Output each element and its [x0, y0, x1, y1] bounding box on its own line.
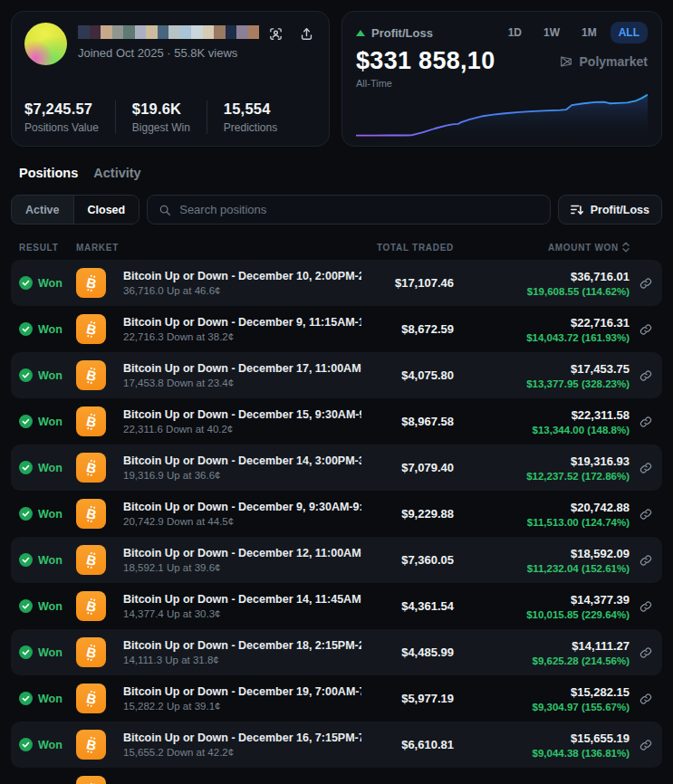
bitcoin-icon: B [76, 268, 106, 298]
market-subtitle: 19,316.9 Up at 36.6¢ [123, 470, 361, 481]
result-badge: Won [19, 368, 76, 382]
link-icon[interactable] [630, 508, 662, 521]
check-icon [19, 368, 33, 382]
result-badge: Won [19, 738, 76, 751]
amount-won-value: $20,742.88 [470, 501, 630, 514]
total-traded-value: $9,229.88 [361, 507, 470, 521]
stat-predictions: 15,554 Predictions [207, 100, 293, 134]
result-badge: Won [19, 599, 76, 613]
position-row[interactable]: Won B Bitcoin Up or Down - December 9, 1… [11, 768, 662, 784]
market-subtitle: 22,311.6 Down at 40.2¢ [123, 424, 361, 435]
market-subtitle: 18,592.1 Up at 39.6¢ [123, 562, 361, 573]
result-badge: Won [19, 645, 76, 659]
position-row[interactable]: Won B Bitcoin Up or Down - December 18, … [11, 629, 662, 675]
check-icon [19, 322, 33, 336]
position-row[interactable]: Won B Bitcoin Up or Down - December 16, … [11, 722, 662, 768]
market-title[interactable]: Bitcoin Up or Down - December 14, 11:45A… [123, 593, 361, 606]
total-traded-value: $4,361.54 [361, 599, 470, 613]
link-icon[interactable] [630, 646, 662, 659]
pnl-label: Profit/Loss [371, 26, 433, 40]
position-row[interactable]: Won B Bitcoin Up or Down - December 10, … [11, 260, 662, 306]
profit-detail: $14,043.72 (161.93%) [470, 332, 630, 343]
bitcoin-icon: B [76, 637, 106, 667]
filter-active[interactable]: Active [12, 196, 73, 224]
range-1w[interactable]: 1W [535, 22, 568, 43]
pnl-period: All-Time [356, 78, 648, 89]
result-label: Won [38, 554, 62, 567]
market-title[interactable]: Bitcoin Up or Down - December 15, 9:30AM… [123, 408, 361, 421]
header-market[interactable]: MARKET [76, 242, 116, 253]
amount-won-value: $19,316.93 [470, 454, 630, 468]
link-icon[interactable] [630, 554, 662, 567]
profit-detail: $13,344.00 (148.8%) [470, 425, 630, 435]
header-amount-won[interactable]: AMOUNT WON [470, 242, 630, 253]
tab-positions[interactable]: Positions [19, 166, 78, 180]
total-traded-value: $4,485.99 [361, 645, 470, 659]
header-result: RESULT [19, 243, 76, 253]
result-label: Won [38, 646, 62, 659]
bitcoin-icon: B [76, 591, 106, 621]
market-title[interactable]: Bitcoin Up or Down - December 12, 11:00A… [123, 547, 361, 559]
status-segmented-control: Active Closed [11, 195, 139, 225]
position-row[interactable]: Won B Bitcoin Up or Down - December 9, 9… [11, 491, 662, 537]
link-icon[interactable] [630, 693, 662, 705]
result-label: Won [38, 693, 62, 705]
market-title[interactable]: Bitcoin Up or Down - December 17, 11:00A… [123, 362, 361, 375]
tab-activity[interactable]: Activity [93, 166, 140, 180]
stat-biggest-win: $19.6K Biggest Win [115, 100, 207, 134]
market-subtitle: 36,716.0 Up at 46.6¢ [123, 285, 361, 296]
result-badge: Won [19, 461, 76, 474]
filter-closed[interactable]: Closed [73, 196, 139, 224]
market-subtitle: 14,377.4 Up at 30.3¢ [123, 608, 361, 619]
amount-won-value: $14,111.27 [470, 639, 630, 653]
position-row[interactable]: Won B Bitcoin Up or Down - December 14, … [11, 445, 662, 491]
profit-detail: $13,377.95 (328.23%) [470, 378, 630, 389]
bitcoin-icon: B [76, 453, 106, 483]
link-icon[interactable] [630, 462, 662, 474]
position-row[interactable]: Won B Bitcoin Up or Down - December 12, … [11, 537, 662, 583]
check-icon [19, 599, 33, 613]
link-icon[interactable] [630, 369, 662, 382]
market-title[interactable]: Bitcoin Up or Down - December 19, 7:00AM… [123, 685, 361, 698]
link-icon[interactable] [630, 323, 662, 336]
result-label: Won [38, 277, 62, 290]
bitcoin-icon: B [76, 730, 106, 760]
range-all[interactable]: ALL [611, 22, 648, 43]
sort-profit-loss-button[interactable]: Profit/Loss [558, 195, 662, 225]
avatar[interactable] [24, 23, 67, 65]
share-profile-icon[interactable] [299, 26, 314, 42]
scan-profile-icon[interactable] [268, 26, 284, 42]
link-icon[interactable] [630, 277, 662, 290]
total-traded-value: $4,075.80 [361, 368, 470, 382]
position-row[interactable]: Won B Bitcoin Up or Down - December 9, 1… [11, 306, 662, 352]
link-icon[interactable] [630, 416, 662, 428]
link-icon[interactable] [630, 600, 662, 613]
market-title[interactable]: Bitcoin Up or Down - December 10, 2:00PM… [123, 270, 361, 282]
total-traded-value: $5,977.19 [361, 692, 470, 705]
search-box[interactable] [147, 195, 550, 225]
market-subtitle: 15,282.2 Up at 39.1¢ [123, 701, 361, 712]
market-title[interactable]: Bitcoin Up or Down - December 9, 11:15AM… [123, 316, 361, 329]
market-title[interactable]: Bitcoin Up or Down - December 9, 9:30AM-… [123, 501, 361, 513]
market-subtitle: 15,655.2 Down at 42.2¢ [123, 747, 361, 758]
check-icon [19, 692, 33, 705]
market-title[interactable]: Bitcoin Up or Down - December 16, 7:15PM… [123, 731, 361, 744]
market-title[interactable]: Bitcoin Up or Down - December 18, 2:15PM… [123, 639, 361, 652]
amount-won-value: $22,311.58 [470, 408, 630, 422]
range-1m[interactable]: 1M [573, 22, 605, 43]
search-input[interactable] [179, 203, 538, 216]
amount-won-value: $22,716.31 [470, 316, 630, 330]
link-icon[interactable] [630, 739, 662, 751]
position-row[interactable]: Won B Bitcoin Up or Down - December 19, … [11, 675, 662, 722]
position-row[interactable]: Won B Bitcoin Up or Down - December 17, … [11, 352, 662, 398]
result-badge: Won [19, 553, 76, 567]
result-badge: Won [19, 276, 76, 290]
position-row[interactable]: Won B Bitcoin Up or Down - December 14, … [11, 583, 662, 629]
position-row[interactable]: Won B Bitcoin Up or Down - December 15, … [11, 398, 662, 445]
header-total-traded: TOTAL TRADED [361, 243, 470, 253]
result-label: Won [38, 323, 62, 336]
check-icon [19, 738, 33, 751]
market-title[interactable]: Bitcoin Up or Down - December 14, 3:00PM… [123, 454, 361, 467]
range-1d[interactable]: 1D [500, 22, 530, 43]
profit-detail: $11,232.04 (152.61%) [470, 563, 630, 574]
